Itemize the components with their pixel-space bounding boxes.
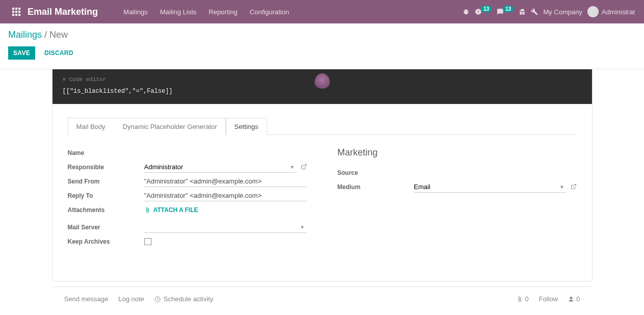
tab-settings[interactable]: Settings [226, 118, 267, 135]
send-from-input[interactable] [144, 176, 307, 187]
reply-to-input[interactable] [144, 190, 307, 201]
svg-rect-0 [12, 8, 14, 10]
save-button[interactable]: SAVE [8, 46, 35, 60]
gift-icon[interactable] [519, 8, 526, 15]
breadcrumb: Mailings / New [8, 30, 636, 40]
drop-icon [315, 73, 330, 89]
settings-page: Name Responsible ▼ Send From [53, 135, 592, 281]
source-label: Source [338, 169, 414, 176]
attach-file-label: ATTACH A FILE [153, 206, 198, 214]
top-navbar: Email Marketing Mailings Mailing Lists R… [0, 0, 644, 23]
nav-reporting[interactable]: Reporting [203, 5, 242, 19]
send-message-button[interactable]: Send message [64, 295, 109, 303]
top-nav: Mailings Mailing Lists Reporting Configu… [118, 5, 294, 19]
medium-label: Medium [338, 183, 414, 191]
external-link-icon[interactable] [571, 183, 577, 191]
responsible-label: Responsible [68, 164, 144, 171]
breadcrumb-root[interactable]: Mailings [8, 30, 42, 40]
breadcrumb-current: New [49, 30, 68, 40]
svg-rect-7 [15, 14, 17, 16]
code-content: [["is_blacklisted","=",False]] [63, 88, 582, 95]
user-icon [568, 296, 574, 302]
medium-input[interactable] [414, 181, 558, 192]
follow-button[interactable]: Follow [539, 295, 558, 303]
mail-server-label: Mail Server [68, 224, 144, 231]
tab-mail-body[interactable]: Mail Body [68, 118, 114, 135]
attach-file-button[interactable]: ATTACH A FILE [144, 206, 198, 214]
apps-menu-icon[interactable] [5, 8, 28, 16]
mail-server-input[interactable] [144, 222, 298, 232]
svg-rect-1 [15, 8, 17, 10]
reply-to-label: Reply To [68, 192, 144, 199]
user-menu[interactable]: Administrat [587, 6, 635, 17]
discard-button[interactable]: DISCARD [44, 49, 73, 57]
activities-icon[interactable]: 13 [475, 8, 492, 15]
responsible-input[interactable] [144, 162, 288, 172]
settings-left-col: Name Responsible ▼ Send From [68, 147, 307, 250]
nav-mailing-lists[interactable]: Mailing Lists [155, 5, 202, 19]
messages-badge: 13 [503, 6, 513, 12]
marketing-section-title: Marketing [338, 147, 577, 158]
chevron-down-icon[interactable]: ▼ [288, 165, 297, 170]
paperclip-icon [517, 296, 523, 302]
attachments-label: Attachments [68, 206, 144, 214]
schedule-activity-label: Schedule activity [164, 295, 214, 303]
nav-configuration[interactable]: Configuration [245, 5, 294, 19]
attachment-count[interactable]: 0 [517, 295, 528, 303]
send-from-label: Send From [68, 178, 144, 185]
paperclip-icon [144, 207, 150, 213]
clock-icon [154, 296, 161, 302]
chevron-down-icon[interactable]: ▼ [558, 185, 566, 190]
svg-rect-8 [18, 14, 20, 16]
external-link-icon[interactable] [301, 164, 307, 171]
app-brand[interactable]: Email Marketing [28, 7, 98, 17]
svg-rect-2 [18, 8, 20, 10]
svg-rect-6 [12, 14, 14, 16]
svg-rect-3 [12, 11, 14, 13]
username: Administrat [602, 8, 635, 16]
tab-dynamic-placeholder[interactable]: Dynamic Placeholder Generator [114, 118, 226, 135]
log-note-button[interactable]: Log note [118, 295, 144, 303]
keep-archives-label: Keep Archives [68, 238, 144, 245]
form-sheet: # Code editor [["is_blacklisted","=",Fal… [52, 69, 593, 281]
avatar-icon [587, 6, 599, 17]
activities-badge: 13 [481, 6, 492, 12]
control-panel: Mailings / New SAVE DISCARD [0, 23, 644, 64]
keep-archives-checkbox[interactable] [144, 238, 151, 245]
settings-right-col: Marketing Source Medium ▼ [338, 147, 577, 250]
schedule-activity-button[interactable]: Schedule activity [154, 295, 214, 303]
nav-mailings[interactable]: Mailings [118, 5, 153, 19]
messages-icon[interactable]: 13 [497, 8, 513, 15]
follower-count[interactable]: 0 [568, 295, 580, 303]
svg-rect-4 [15, 11, 17, 13]
settings-icon[interactable] [531, 8, 538, 15]
chevron-down-icon[interactable]: ▼ [298, 225, 307, 230]
name-label: Name [68, 149, 144, 156]
debug-icon[interactable] [462, 8, 470, 15]
notebook-tabs: Mail Body Dynamic Placeholder Generator … [68, 117, 577, 135]
chatter: Send message Log note Schedule activity … [52, 286, 593, 311]
systray: 13 13 My Company Administrat [462, 6, 639, 17]
company-switcher[interactable]: My Company [543, 8, 582, 16]
svg-rect-5 [18, 11, 20, 13]
domain-code-editor[interactable]: # Code editor [["is_blacklisted","=",Fal… [53, 69, 592, 104]
